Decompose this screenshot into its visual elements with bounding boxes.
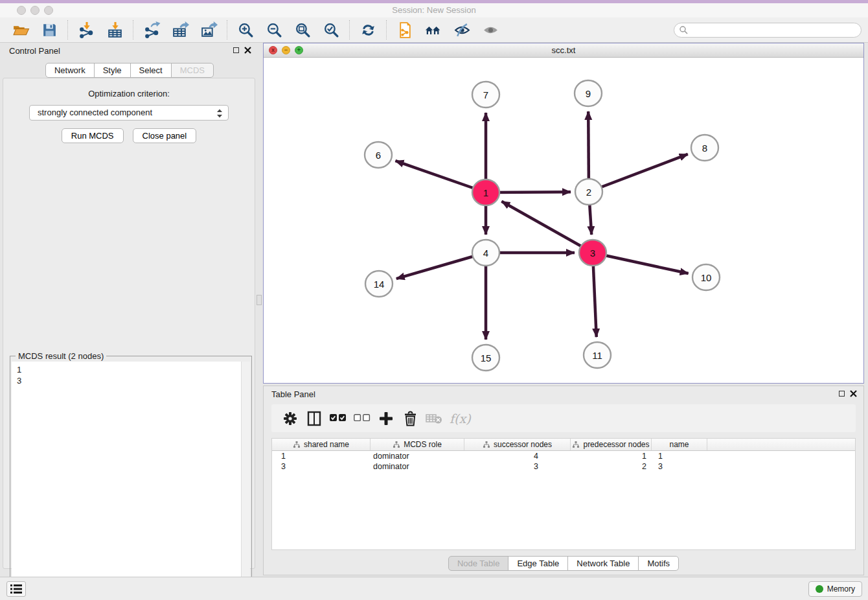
tab-mcds[interactable]: MCDS bbox=[171, 63, 214, 78]
svg-text:14: 14 bbox=[374, 279, 385, 290]
cell-predecessor-nodes: 2 bbox=[571, 461, 652, 472]
cell-mcds-role: dominator bbox=[371, 451, 464, 461]
network-from-selection-icon[interactable] bbox=[396, 21, 414, 39]
column-label: MCDS role bbox=[404, 440, 442, 449]
tree-icon bbox=[572, 441, 580, 448]
zoom-out-icon[interactable] bbox=[265, 21, 283, 39]
maximize-network-icon[interactable]: + bbox=[295, 46, 303, 54]
export-table-icon[interactable] bbox=[171, 21, 189, 39]
first-neighbors-icon[interactable] bbox=[424, 21, 442, 39]
close-panel-icon[interactable] bbox=[850, 390, 857, 397]
edge-3-10[interactable] bbox=[593, 253, 689, 273]
table-row[interactable]: 3dominator323 bbox=[272, 461, 855, 472]
toolbar-separator bbox=[386, 20, 387, 40]
import-network-icon[interactable] bbox=[77, 21, 95, 39]
float-panel-icon[interactable] bbox=[839, 391, 845, 397]
control-panel-title: Control Panel bbox=[9, 46, 60, 56]
graph-node-7[interactable]: 7 bbox=[472, 82, 499, 108]
graph-node-9[interactable]: 9 bbox=[575, 80, 602, 106]
control-panel-tabs: NetworkStyleSelectMCDS bbox=[1, 63, 258, 78]
mcds-result-title: MCDS result (2 nodes) bbox=[16, 351, 106, 361]
import-table-icon[interactable] bbox=[106, 21, 124, 39]
zoom-fit-icon[interactable] bbox=[293, 21, 312, 39]
svg-text:10: 10 bbox=[701, 272, 712, 283]
graph-node-4[interactable]: 4 bbox=[472, 240, 499, 266]
run-mcds-button[interactable]: Run MCDS bbox=[62, 128, 124, 143]
tab-node-table[interactable]: Node Table bbox=[448, 556, 509, 571]
graph-node-14[interactable]: 14 bbox=[365, 271, 393, 297]
edge-1-6[interactable] bbox=[395, 161, 486, 192]
edge-3-1[interactable] bbox=[501, 202, 593, 253]
function-builder-fx-icon[interactable]: f(x) bbox=[450, 411, 471, 426]
delete-table-icon[interactable] bbox=[424, 410, 444, 428]
float-panel-icon[interactable] bbox=[233, 47, 239, 53]
svg-text:1: 1 bbox=[483, 187, 488, 198]
show-all-eye-icon[interactable] bbox=[481, 21, 499, 39]
tab-network[interactable]: Network bbox=[45, 63, 95, 78]
svg-text:8: 8 bbox=[702, 143, 707, 154]
split-handle-vertical[interactable] bbox=[257, 295, 262, 305]
graph-node-15[interactable]: 15 bbox=[472, 345, 499, 371]
graph-node-3[interactable]: 3 bbox=[579, 240, 606, 266]
tab-network-table[interactable]: Network Table bbox=[567, 556, 639, 571]
select-all-columns-icon[interactable] bbox=[328, 410, 348, 428]
table-panel-tabs: Node TableEdge TableNetwork TableMotifs bbox=[264, 556, 863, 571]
tab-select[interactable]: Select bbox=[130, 63, 172, 78]
svg-text:6: 6 bbox=[376, 150, 381, 161]
network-canvas[interactable]: 7968124314101511 bbox=[264, 58, 863, 383]
column-header-name[interactable]: name bbox=[652, 439, 707, 450]
task-history-button[interactable] bbox=[6, 581, 26, 597]
column-header-predecessor-nodes[interactable]: predecessor nodes bbox=[571, 439, 652, 450]
graph-node-6[interactable]: 6 bbox=[365, 142, 392, 168]
hide-selected-eye-slash-icon[interactable] bbox=[453, 21, 471, 39]
zoom-in-icon[interactable] bbox=[236, 21, 255, 39]
column-label: name bbox=[669, 440, 689, 449]
main-toolbar bbox=[0, 17, 868, 43]
network-window-titlebar[interactable]: x − + scc.txt bbox=[264, 43, 863, 58]
column-header-successor-nodes[interactable]: successor nodes bbox=[464, 439, 571, 450]
graph-node-8[interactable]: 8 bbox=[691, 135, 718, 161]
create-column-plus-icon[interactable] bbox=[376, 410, 396, 428]
criterion-value: strongly connected component bbox=[38, 108, 152, 117]
graph-node-10[interactable]: 10 bbox=[692, 264, 720, 290]
table-settings-gear-icon[interactable] bbox=[280, 410, 300, 428]
edge-2-8[interactable] bbox=[589, 154, 688, 192]
node-table: shared nameMCDS rolesuccessor nodesprede… bbox=[271, 438, 856, 550]
column-header-shared-name[interactable]: shared name bbox=[272, 439, 371, 450]
search-input[interactable] bbox=[674, 23, 862, 38]
refresh-icon[interactable] bbox=[359, 21, 377, 39]
open-session-icon[interactable] bbox=[12, 21, 30, 39]
save-session-icon[interactable] bbox=[40, 21, 58, 39]
memory-button[interactable]: Memory bbox=[808, 581, 862, 597]
unselect-all-columns-icon[interactable] bbox=[352, 410, 372, 428]
delete-columns-trash-icon[interactable] bbox=[400, 410, 420, 428]
mcds-result-area[interactable]: 1 3 bbox=[12, 362, 250, 599]
table-row[interactable]: 1dominator411 bbox=[272, 451, 855, 461]
toolbar-separator bbox=[67, 20, 68, 40]
tab-motifs[interactable]: Motifs bbox=[638, 556, 679, 571]
graph-node-11[interactable]: 11 bbox=[584, 342, 611, 368]
zoom-selected-icon[interactable] bbox=[322, 21, 340, 39]
chevron-updown-icon bbox=[216, 108, 223, 119]
graph-node-1[interactable]: 1 bbox=[472, 179, 499, 205]
close-network-icon[interactable]: x bbox=[269, 46, 277, 54]
minimize-network-icon[interactable]: − bbox=[282, 46, 290, 54]
svg-text:15: 15 bbox=[481, 352, 492, 363]
tab-edge-table[interactable]: Edge Table bbox=[508, 556, 568, 571]
export-image-icon[interactable] bbox=[200, 21, 218, 39]
svg-text:4: 4 bbox=[483, 248, 488, 259]
graph-node-2[interactable]: 2 bbox=[575, 179, 602, 205]
show-columns-icon[interactable] bbox=[304, 410, 324, 428]
list-icon bbox=[10, 583, 23, 595]
close-panel-icon[interactable] bbox=[244, 47, 251, 54]
mcds-panel: Optimization criterion: strongly connect… bbox=[3, 78, 255, 569]
tab-style[interactable]: Style bbox=[94, 63, 131, 78]
criterion-select[interactable]: strongly connected component bbox=[29, 105, 229, 121]
mcds-result-text: 1 3 bbox=[17, 364, 237, 596]
result-scrollbar[interactable] bbox=[241, 362, 250, 599]
column-header-mcds-role[interactable]: MCDS role bbox=[371, 439, 464, 450]
close-panel-button[interactable]: Close panel bbox=[133, 128, 197, 143]
mcds-result-group: MCDS result (2 nodes) 1 3 bbox=[10, 356, 252, 600]
tree-icon bbox=[393, 441, 400, 448]
export-network-icon[interactable] bbox=[143, 21, 161, 39]
